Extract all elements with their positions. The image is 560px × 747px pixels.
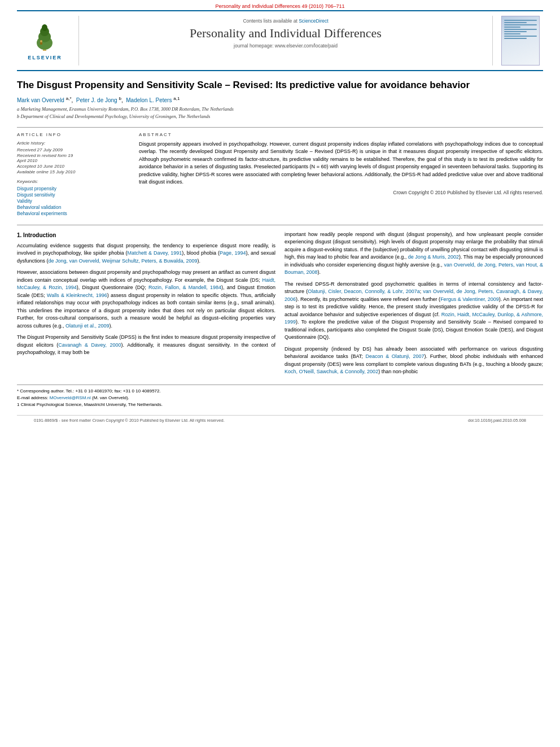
- intro-para-3: The Disgust Propensity and Sensitivity S…: [17, 334, 275, 357]
- article-history: Article history: Received 27 July 2009 R…: [17, 141, 130, 174]
- sciencedirect-link[interactable]: ScienceDirect: [299, 18, 328, 24]
- footnote-email: E-mail address: MOverveld@RSM.nl (M. van…: [17, 395, 543, 400]
- issn-text: 0191-8869/$ - see front matter Crown Cop…: [34, 418, 225, 423]
- affil-a: a Marketing Management, Erasmus Universi…: [17, 106, 543, 113]
- abstract-text: Disgust propensity appears involved in p…: [139, 141, 543, 186]
- elsevier-logo: ELSEVIER: [28, 21, 62, 60]
- date-accepted: Accepted 10 June 2010: [17, 164, 130, 169]
- date-received-label: Received 27 July 2009: [17, 147, 76, 152]
- email-link[interactable]: MOverveld@RSM.nl: [50, 395, 91, 400]
- affil-b: b Department of Clinical and Development…: [17, 113, 543, 120]
- ref-fergus[interactable]: Fergus & Valentiner, 2009: [440, 296, 499, 302]
- date-revised-label: Received in revised form 19 April 2010: [17, 153, 76, 163]
- doi-text: doi:10.1016/j.paid.2010.05.008: [468, 418, 526, 423]
- kw-1: Disgust propensity: [17, 186, 130, 191]
- footnote-1: 1 Clinical Psychological Science, Maastr…: [17, 402, 543, 407]
- journal-header: ELSEVIER Contents lists available at Sci…: [17, 10, 543, 71]
- ref-deacon[interactable]: Deacon & Olatunji, 2007: [366, 353, 425, 359]
- body-section: 1. Introduction Accumulating evidence su…: [17, 225, 543, 380]
- article-content: The Disgust Propensity and Sensitivity S…: [0, 79, 560, 425]
- ref-olatunji2[interactable]: Olatunji, Cisler, Deacon, Connolly, & Lo…: [308, 289, 419, 294]
- journal-title-area: Contents lists available at ScienceDirec…: [79, 16, 492, 65]
- date-online-label: Available online 15 July 2010: [17, 169, 76, 174]
- keywords-section: Keywords: Disgust propensity Disgust sen…: [17, 179, 130, 216]
- intro-heading: 1. Introduction: [17, 231, 275, 239]
- keywords-label: Keywords:: [17, 179, 130, 184]
- date-online: Available online 15 July 2010: [17, 169, 130, 174]
- ref-olatunji[interactable]: Olatunji et al., 2009: [65, 323, 110, 329]
- right-para-3: Disgust propensity (indexed by DS) has a…: [285, 346, 543, 376]
- kw-2: Disgust sensitivity: [17, 192, 130, 198]
- journal-title: Personality and Individual Differences: [85, 26, 487, 41]
- body-right-col: important how readily people respond wit…: [285, 231, 543, 380]
- ref-rozin2[interactable]: Rozin, Haidt, McCauley, Dunlop, & Ashmor…: [285, 312, 543, 325]
- footnotes-section: * Corresponding author. Tel.: +31 0 10 4…: [17, 385, 543, 407]
- affiliations: a Marketing Management, Erasmus Universi…: [17, 106, 543, 120]
- svg-point-6: [40, 40, 42, 42]
- elsevier-text: ELSEVIER: [28, 55, 62, 60]
- divider-1: [17, 127, 543, 128]
- intro-para-1: Accumulating evidence suggests that disg…: [17, 242, 275, 265]
- body-two-col: 1. Introduction Accumulating evidence su…: [17, 231, 543, 380]
- date-received: Received 27 July 2009: [17, 147, 130, 152]
- journal-homepage: journal homepage: www.elsevier.com/locat…: [85, 43, 487, 49]
- journal-cover-area: [492, 16, 543, 65]
- kw-3: Validity: [17, 198, 130, 204]
- date-revised: Received in revised form 19 April 2010: [17, 153, 130, 163]
- ref-dejong-sex[interactable]: de Jong, van Overveld, Weijmar Schultz, …: [49, 258, 198, 264]
- author-overveld[interactable]: Mark van Overveld: [17, 97, 64, 103]
- cover-thumbnail: [501, 16, 540, 65]
- author-peters[interactable]: Madelon L. Peters: [126, 97, 172, 103]
- svg-point-4: [42, 24, 47, 31]
- page: Personality and Individual Differences 4…: [0, 0, 560, 747]
- abstract-header: ABSTRACT: [139, 132, 543, 137]
- kw-4: Behavioral validation: [17, 204, 130, 210]
- ref-dejong-muris[interactable]: de Jong & Muris, 2002: [408, 254, 459, 260]
- ref-cavanagh[interactable]: Cavanagh & Davey, 2000: [58, 342, 121, 348]
- sciencedirect-line: Contents lists available at ScienceDirec…: [85, 18, 487, 24]
- author-dejong[interactable]: Peter J. de Jong: [76, 97, 117, 103]
- ref-walls[interactable]: Walls & Kleinknecht, 1996: [47, 292, 107, 298]
- footnote-star: * Corresponding author. Tel.: +31 0 10 4…: [17, 388, 543, 394]
- bottom-bar: 0191-8869/$ - see front matter Crown Cop…: [17, 415, 543, 425]
- right-para-1: important how readily people respond wit…: [285, 231, 543, 277]
- ref-haidt[interactable]: Haidt, McCauley, & Rozin, 1994: [17, 277, 275, 291]
- copyright-line: Crown Copyright © 2010 Published by Else…: [139, 190, 543, 195]
- date-accepted-label: Accepted 10 June 2010: [17, 164, 76, 169]
- ref-koch[interactable]: Koch, O'Neill, Sawchuk, & Connolly, 2002: [285, 369, 378, 374]
- history-label: Article history:: [17, 141, 130, 146]
- article-info-col: ARTICLE INFO Article history: Received 2…: [17, 132, 130, 217]
- journal-ref-text: Personality and Individual Differences 4…: [216, 3, 345, 9]
- abstract-col: ABSTRACT Disgust propensity appears invo…: [139, 132, 543, 217]
- body-left-col: 1. Introduction Accumulating evidence su…: [17, 231, 275, 380]
- right-para-2: The revised DPSS-R demonstrated good psy…: [285, 281, 543, 342]
- journal-logo-area: ELSEVIER: [17, 16, 79, 65]
- ref-matchett[interactable]: Matchett & Davey, 1991: [127, 250, 182, 256]
- ref-overveld[interactable]: van Overveld, de Jong, Peters, van Hout,…: [285, 262, 543, 276]
- info-abstract-section: ARTICLE INFO Article history: Received 2…: [17, 132, 543, 217]
- kw-5: Behavioral experiments: [17, 211, 130, 216]
- article-title: The Disgust Propensity and Sensitivity S…: [17, 79, 543, 91]
- article-info-header: ARTICLE INFO: [17, 132, 130, 137]
- journal-ref-bar: Personality and Individual Differences 4…: [0, 0, 560, 10]
- ref-page[interactable]: Page, 1994: [220, 250, 246, 256]
- intro-para-2: However, associations between disgust pr…: [17, 269, 275, 330]
- article-authors: Mark van Overveld a,*, Peter J. de Jong …: [17, 96, 543, 103]
- ref-rozin[interactable]: Rozin, Fallon, & Mandell, 1984: [148, 285, 221, 290]
